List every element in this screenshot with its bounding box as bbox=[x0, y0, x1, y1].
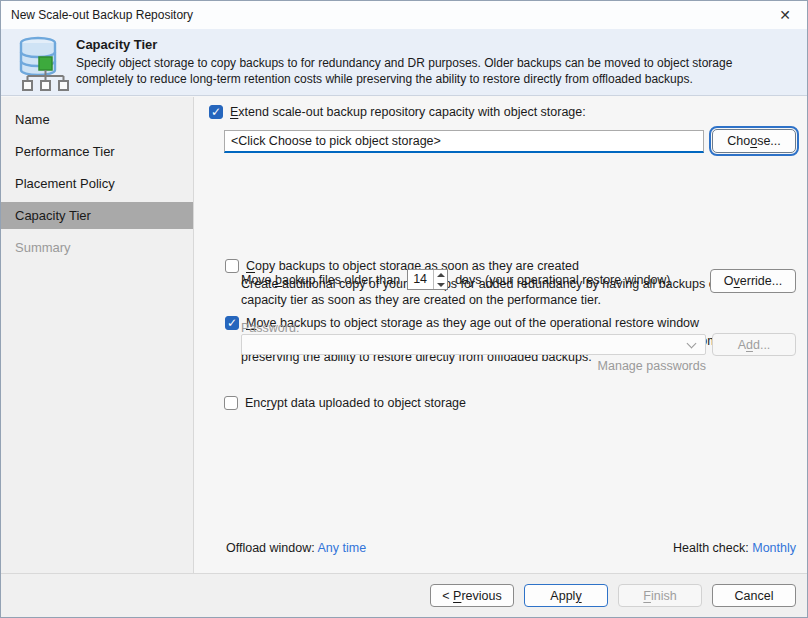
copy-backups-checkbox[interactable] bbox=[225, 259, 239, 273]
scale-out-repository-icon bbox=[13, 32, 69, 96]
encrypt-label[interactable]: Encrypt data uploaded to object storage bbox=[245, 396, 466, 410]
offload-window-label: Offload window: bbox=[226, 541, 315, 555]
health-check-label: Health check: bbox=[673, 541, 749, 555]
extend-capacity-checkbox[interactable] bbox=[209, 105, 223, 119]
offload-window-link[interactable]: Any time bbox=[318, 541, 367, 555]
move-older-than-label: Move backup files older than bbox=[241, 273, 400, 287]
offload-window-setting: Offload window: Any time bbox=[226, 541, 366, 555]
wizard-footer: < Previous Apply Finish Cancel bbox=[1, 573, 807, 617]
move-older-than-suffix: days (your operational restore window) bbox=[455, 273, 670, 287]
extend-capacity-row: Extend scale-out backup repository capac… bbox=[209, 105, 586, 119]
close-icon[interactable]: ✕ bbox=[776, 6, 794, 24]
password-combobox[interactable] bbox=[241, 334, 706, 355]
cancel-button[interactable]: Cancel bbox=[712, 584, 796, 607]
wizard-dialog: New Scale-out Backup Repository ✕ Capaci… bbox=[0, 0, 808, 618]
extend-capacity-label[interactable]: Extend scale-out backup repository capac… bbox=[230, 105, 586, 119]
step-description: Specify object storage to copy backups t… bbox=[76, 55, 791, 87]
move-backups-checkbox[interactable] bbox=[225, 316, 239, 330]
window-title: New Scale-out Backup Repository bbox=[11, 8, 193, 22]
title-bar: New Scale-out Backup Repository ✕ bbox=[1, 1, 807, 29]
spinner-down-icon[interactable] bbox=[434, 280, 447, 290]
add-password-button[interactable]: Add... bbox=[712, 333, 796, 356]
finish-button[interactable]: Finish bbox=[618, 584, 702, 607]
spinner-up-icon[interactable] bbox=[434, 270, 447, 280]
sidebar-item-summary[interactable]: Summary bbox=[1, 234, 193, 261]
sidebar-item-name[interactable]: Name bbox=[1, 106, 193, 133]
override-button[interactable]: Override... bbox=[710, 269, 796, 293]
step-title: Capacity Tier bbox=[76, 37, 157, 52]
chevron-down-icon bbox=[687, 339, 697, 349]
wizard-header: Capacity Tier Specify object storage to … bbox=[1, 29, 807, 96]
wizard-steps-sidebar: Name Performance Tier Placement Policy C… bbox=[1, 97, 194, 573]
sidebar-item-placement-policy[interactable]: Placement Policy bbox=[1, 170, 193, 197]
days-value[interactable]: 14 bbox=[408, 270, 433, 289]
health-check-setting: Health check: Monthly bbox=[673, 541, 796, 555]
days-spinner[interactable]: 14 bbox=[407, 269, 448, 290]
password-label: Password: bbox=[241, 321, 299, 335]
apply-button[interactable]: Apply bbox=[524, 584, 608, 607]
capacity-tier-panel: Extend scale-out backup repository capac… bbox=[195, 97, 807, 572]
sidebar-item-capacity-tier[interactable]: Capacity Tier bbox=[1, 202, 193, 229]
settings-links-row: Offload window: Any time Health check: M… bbox=[226, 541, 796, 555]
move-backups-label[interactable]: Move backups to object storage as they a… bbox=[246, 316, 699, 330]
manage-passwords-link[interactable]: Manage passwords bbox=[241, 359, 706, 373]
object-storage-field[interactable] bbox=[224, 130, 704, 153]
encrypt-checkbox[interactable] bbox=[224, 396, 238, 410]
choose-button[interactable]: Choose... bbox=[712, 129, 796, 153]
previous-button[interactable]: < Previous bbox=[430, 584, 514, 607]
health-check-link[interactable]: Monthly bbox=[752, 541, 796, 555]
sidebar-item-performance-tier[interactable]: Performance Tier bbox=[1, 138, 193, 165]
encrypt-row: Encrypt data uploaded to object storage bbox=[224, 396, 466, 410]
move-older-than-row: Move backup files older than 14 days (yo… bbox=[241, 269, 671, 290]
